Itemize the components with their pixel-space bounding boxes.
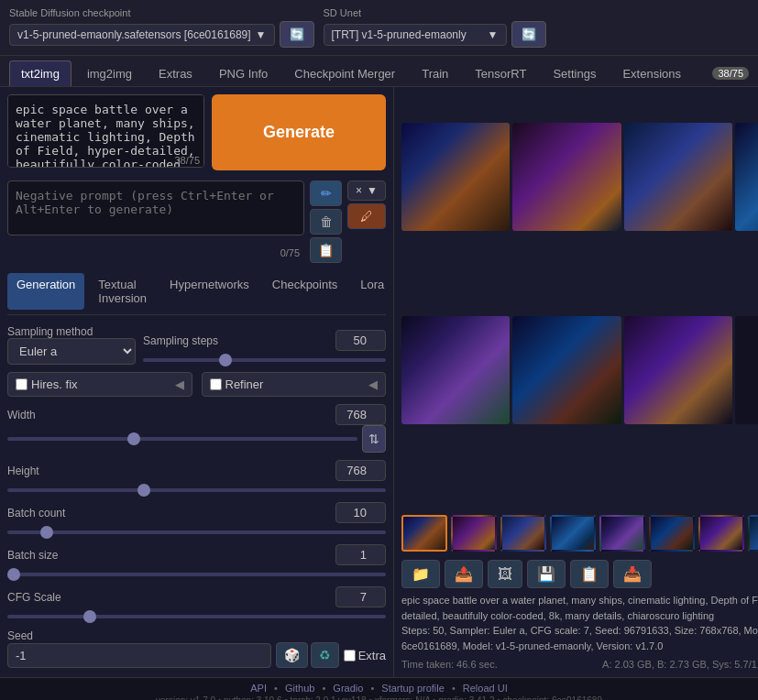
hires-fix-checkbox-container[interactable]: Hires. fix ◀ [7, 372, 192, 397]
extra-label: Extra [358, 649, 386, 662]
swap-dimensions-btn[interactable]: ⇅ [362, 425, 386, 453]
image-cell-8 [735, 316, 758, 424]
image-description: epic space battle over a water planet, m… [401, 593, 758, 623]
negative-prompt-row: 0/75 ✏ 🗑 📋 × ▼ 🖊 [7, 180, 386, 263]
clipboard-btn[interactable]: 📋 [570, 560, 609, 588]
sampling-method-select[interactable]: Euler a [7, 338, 136, 365]
seed-label: Seed [7, 629, 33, 642]
checkpoint-refresh-btn[interactable]: 🔄 [280, 21, 314, 48]
edit-icon-btn[interactable]: ✏ [310, 180, 342, 206]
thumbnail-5[interactable] [599, 515, 645, 552]
trash-icon-btn[interactable]: 🗑 [310, 209, 342, 235]
main-content: 38/75 Generate 0/75 ✏ 🗑 📋 × ▼ [0, 87, 758, 677]
tab-tensorrt[interactable]: TensorRT [464, 61, 537, 86]
batch-size-slider[interactable] [7, 573, 386, 576]
sampling-steps-input[interactable] [335, 330, 386, 351]
height-group: Height [7, 460, 386, 495]
height-input[interactable] [335, 460, 386, 481]
footer-github-link[interactable]: Github [285, 683, 314, 694]
subtab-textual-inversion[interactable]: Textual Inversion [89, 273, 156, 310]
tab-checkpoint-merger[interactable]: Checkpoint Merger [283, 61, 406, 86]
tab-train[interactable]: Train [411, 61, 459, 86]
image-action-buttons: 📁 📤 🖼 💾 📋 📥 [401, 560, 758, 588]
checkpoint-section: Stable Diffusion checkpoint v1-5-pruned-… [9, 7, 314, 48]
token-counter-badge: 38/75 [712, 67, 749, 80]
tab-extensions[interactable]: Extensions [611, 61, 692, 86]
width-input[interactable] [335, 404, 386, 425]
negative-counter: 0/75 [280, 247, 300, 258]
height-slider[interactable] [7, 488, 386, 492]
left-panel: 38/75 Generate 0/75 ✏ 🗑 📋 × ▼ [0, 87, 394, 677]
cfg-scale-slider[interactable] [7, 615, 386, 618]
image-cell-1 [401, 123, 510, 231]
batch-count-input[interactable] [335, 502, 386, 523]
subtab-lora[interactable]: Lora [351, 273, 393, 310]
orange-btn[interactable]: 🖊 [347, 203, 386, 229]
folder-btn[interactable]: 📁 [401, 560, 440, 588]
footer-gradio-link[interactable]: Gradio [333, 683, 363, 694]
batch-count-slider[interactable] [7, 530, 386, 534]
download-btn[interactable]: 📥 [613, 560, 652, 588]
tab-extras[interactable]: Extras [148, 61, 203, 86]
extra-checkbox-label[interactable]: Extra [344, 649, 386, 662]
subtab-checkpoints[interactable]: Checkpoints [263, 273, 347, 310]
batch-count-label: Batch count [7, 507, 99, 520]
thumbnail-8[interactable] [748, 515, 758, 552]
thumbnail-2[interactable] [451, 515, 497, 552]
footer-links: API • Github • Gradio • Startup profile … [5, 683, 753, 694]
prompt-generate-row: 38/75 Generate [7, 94, 386, 170]
tab-txt2img[interactable]: txt2img [9, 60, 71, 86]
negative-prompt-container: 0/75 [7, 180, 304, 263]
recycle-seed-btn[interactable]: ♻ [311, 642, 339, 668]
image-cell-2 [512, 123, 621, 231]
footer-reload-link[interactable]: Reload UI [463, 683, 508, 694]
seed-group: Seed 🎲 ♻ Extra [7, 629, 386, 668]
image-grid [401, 123, 758, 506]
hires-triangle-icon: ◀ [175, 377, 184, 391]
thumbnail-3[interactable] [500, 515, 546, 552]
cfg-scale-group: CFG Scale [7, 586, 386, 621]
subtab-hypernetworks[interactable]: Hypernetworks [160, 273, 258, 310]
thumbnail-7[interactable] [698, 515, 744, 552]
cfg-scale-input[interactable] [335, 586, 386, 607]
refiner-triangle-icon: ◀ [368, 377, 378, 391]
footer-startup-link[interactable]: Startup profile [381, 683, 444, 694]
width-slider[interactable] [7, 437, 357, 441]
copy-icon-btn[interactable]: 📋 [310, 237, 342, 263]
height-header: Height [7, 460, 386, 481]
negative-prompt-input[interactable] [7, 180, 304, 235]
batch-size-header: Batch size [7, 544, 386, 565]
save-btn[interactable]: 💾 [527, 560, 566, 588]
refiner-checkbox[interactable] [210, 378, 222, 390]
x-close-dropdown[interactable]: × ▼ [347, 180, 386, 201]
thumbnail-6[interactable] [649, 515, 695, 552]
thumbnail-4[interactable] [550, 515, 596, 552]
subtab-generation[interactable]: Generation [7, 273, 84, 310]
generate-button[interactable]: Generate [212, 94, 386, 170]
thumbnail-1[interactable] [401, 515, 447, 552]
image-btn[interactable]: 🖼 [488, 560, 522, 588]
tab-img2img[interactable]: img2img [76, 61, 143, 86]
image-cell-7 [624, 316, 732, 424]
sampling-steps-slider[interactable] [143, 358, 386, 362]
extra-checkbox[interactable] [344, 650, 356, 662]
batch-size-input[interactable] [335, 544, 386, 565]
tab-settings[interactable]: Settings [542, 61, 607, 86]
send-to-btn[interactable]: 📤 [445, 560, 483, 588]
cfg-scale-header: CFG Scale [7, 586, 386, 607]
top-bar: Stable Diffusion checkpoint v1-5-pruned-… [0, 0, 758, 56]
cfg-scale-label: CFG Scale [7, 591, 99, 604]
sampling-method-label: Sampling method [7, 325, 136, 338]
unet-dropdown[interactable]: [TRT] v1-5-pruned-emaonly ▼ [324, 24, 507, 46]
hires-fix-checkbox[interactable] [16, 378, 27, 390]
seed-input[interactable] [7, 643, 271, 668]
tab-png-info[interactable]: PNG Info [208, 61, 279, 86]
footer-api-link[interactable]: API [250, 683, 267, 694]
settings-section: Sampling method Euler a Sampling steps [7, 325, 386, 670]
checkpoint-dropdown[interactable]: v1-5-pruned-emaonly.safetensors [6ce0161… [9, 24, 275, 46]
refiner-checkbox-container[interactable]: Refiner ◀ [202, 372, 387, 397]
dice-seed-btn[interactable]: 🎲 [276, 642, 308, 668]
batch-count-group: Batch count [7, 502, 386, 537]
unet-refresh-btn[interactable]: 🔄 [511, 21, 546, 48]
right-panel: ⊡ ⊞ [394, 87, 758, 677]
